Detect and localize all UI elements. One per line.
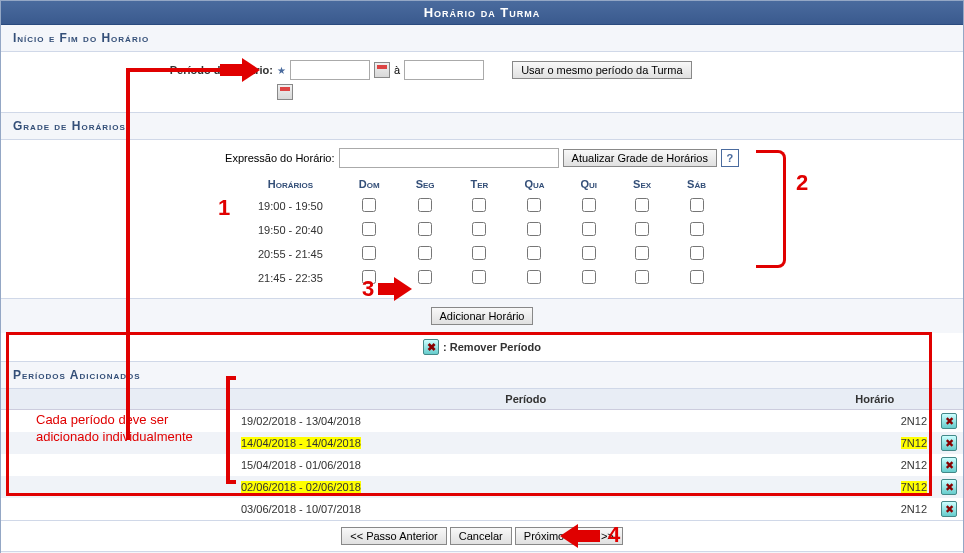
horario-cell: 2N12 <box>817 498 935 520</box>
schedule-checkbox[interactable] <box>418 246 432 260</box>
same-period-button[interactable]: Usar o mesmo período da Turma <box>512 61 691 79</box>
section-header-inicio: Início e Fim do Horário <box>1 25 963 52</box>
period-cell: 19/02/2018 - 13/04/2018 <box>1 410 817 433</box>
schedule-checkbox[interactable] <box>362 198 376 212</box>
periodo-separator: à <box>394 64 400 76</box>
cancel-button[interactable]: Cancelar <box>450 527 512 545</box>
calendar-icon[interactable] <box>374 62 390 78</box>
horario-cell: 2N12 <box>817 410 935 433</box>
schedule-checkbox[interactable] <box>582 198 596 212</box>
grid-col-sex: Sex <box>615 174 669 194</box>
time-slot: 19:50 - 20:40 <box>240 218 341 242</box>
table-row: 03/06/2018 - 10/07/20182N12✖ <box>1 498 963 520</box>
schedule-checkbox[interactable] <box>527 198 541 212</box>
col-horario: Horário <box>817 389 935 410</box>
calendar-icon[interactable] <box>277 84 293 100</box>
schedule-checkbox[interactable] <box>527 222 541 236</box>
schedule-checkbox[interactable] <box>690 270 704 284</box>
prev-step-button[interactable]: << Passo Anterior <box>341 527 446 545</box>
update-grid-button[interactable]: Atualizar Grade de Horários <box>563 149 717 167</box>
grid-col-qua: Qua <box>506 174 562 194</box>
schedule-checkbox[interactable] <box>690 198 704 212</box>
grid-col-horarios: Horários <box>240 174 341 194</box>
grid-col-ter: Ter <box>453 174 507 194</box>
grid-col-qui: Qui <box>563 174 616 194</box>
remove-legend-text: : Remover Período <box>443 341 541 353</box>
period-cell: 14/04/2018 - 14/04/2018 <box>1 432 817 454</box>
time-slot: 20:55 - 21:45 <box>240 242 341 266</box>
grid-col-sab: Sáb <box>669 174 724 194</box>
periods-table: Período Horário 19/02/2018 - 13/04/20182… <box>1 389 963 520</box>
grid-col-dom: Dom <box>341 174 398 194</box>
schedule-checkbox[interactable] <box>527 270 541 284</box>
horario-cell: 7N12 <box>817 432 935 454</box>
schedule-checkbox[interactable] <box>635 270 649 284</box>
time-slot: 19:00 - 19:50 <box>240 194 341 218</box>
remove-period-button[interactable]: ✖ <box>941 413 957 429</box>
schedule-checkbox[interactable] <box>690 222 704 236</box>
periodo-start-input[interactable] <box>290 60 370 80</box>
add-horario-button[interactable]: Adicionar Horário <box>431 307 534 325</box>
schedule-checkbox[interactable] <box>582 222 596 236</box>
next-step-button[interactable]: Próximo Passo >> <box>515 527 623 545</box>
table-row: 14/04/2018 - 14/04/20187N12✖ <box>1 432 963 454</box>
table-row: 15/04/2018 - 01/06/20182N12✖ <box>1 454 963 476</box>
remove-period-button[interactable]: ✖ <box>941 479 957 495</box>
table-row: 02/06/2018 - 02/06/20187N12✖ <box>1 476 963 498</box>
schedule-checkbox[interactable] <box>362 222 376 236</box>
schedule-checkbox[interactable] <box>418 198 432 212</box>
horario-cell: 7N12 <box>817 476 935 498</box>
schedule-checkbox[interactable] <box>635 198 649 212</box>
grid-col-seg: Seg <box>398 174 453 194</box>
time-slot: 21:45 - 22:35 <box>240 266 341 290</box>
expressao-input[interactable] <box>339 148 559 168</box>
schedule-checkbox[interactable] <box>472 198 486 212</box>
periodo-end-input[interactable] <box>404 60 484 80</box>
schedule-checkbox[interactable] <box>472 222 486 236</box>
schedule-checkbox[interactable] <box>527 246 541 260</box>
remove-period-button[interactable]: ✖ <box>941 501 957 517</box>
schedule-grid: Horários Dom Seg Ter Qua Qui Sex Sáb 19:… <box>240 174 724 290</box>
period-cell: 15/04/2018 - 01/06/2018 <box>1 454 817 476</box>
expressao-label: Expressão do Horário: <box>225 152 334 164</box>
schedule-checkbox[interactable] <box>472 246 486 260</box>
required-star-icon: ★ <box>277 65 286 76</box>
schedule-checkbox[interactable] <box>362 246 376 260</box>
schedule-checkbox[interactable] <box>472 270 486 284</box>
schedule-checkbox[interactable] <box>362 270 376 284</box>
periodo-horario-label: Período do Horário: <box>153 64 273 76</box>
schedule-checkbox[interactable] <box>635 246 649 260</box>
remove-icon: ✖ <box>423 339 439 355</box>
help-icon[interactable]: ? <box>721 149 739 167</box>
schedule-checkbox[interactable] <box>582 246 596 260</box>
horario-cell: 2N12 <box>817 454 935 476</box>
table-row: 19/02/2018 - 13/04/20182N12✖ <box>1 410 963 433</box>
schedule-checkbox[interactable] <box>635 222 649 236</box>
remove-period-button[interactable]: ✖ <box>941 457 957 473</box>
remove-period-button[interactable]: ✖ <box>941 435 957 451</box>
schedule-checkbox[interactable] <box>582 270 596 284</box>
schedule-checkbox[interactable] <box>690 246 704 260</box>
col-periodo: Período <box>1 389 817 410</box>
section-header-periodos: Períodos Adicionados <box>1 362 963 389</box>
period-cell: 03/06/2018 - 10/07/2018 <box>1 498 817 520</box>
remove-legend: ✖ : Remover Período <box>1 333 963 361</box>
schedule-checkbox[interactable] <box>418 270 432 284</box>
section-header-grade: Grade de Horários <box>1 113 963 140</box>
period-cell: 02/06/2018 - 02/06/2018 <box>1 476 817 498</box>
schedule-checkbox[interactable] <box>418 222 432 236</box>
page-title: Horário da Turma <box>1 1 963 25</box>
col-actions <box>935 389 963 410</box>
